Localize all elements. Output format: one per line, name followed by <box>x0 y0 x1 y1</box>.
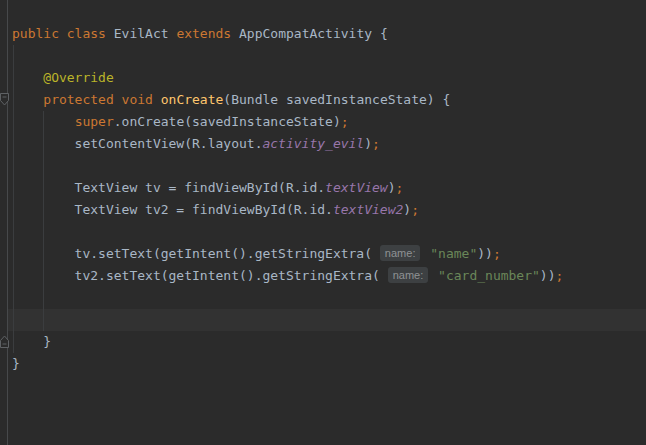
code-token: activity_evil <box>262 136 364 151</box>
code-token: @Override <box>43 70 113 85</box>
code-token: setContentView(R.layout. <box>12 136 262 151</box>
code-line[interactable]: tv.setText(getIntent().getStringExtra( n… <box>0 243 646 265</box>
code-line[interactable] <box>0 287 646 309</box>
fold-start-icon[interactable] <box>0 93 10 106</box>
code-token <box>12 92 43 107</box>
code-token: ; <box>556 268 564 283</box>
code-token: tv.setText(getIntent().getStringExtra( <box>12 246 380 261</box>
parameter-hint-pill: name: <box>380 245 421 261</box>
code-token: (Bundle savedInstanceState) { <box>223 92 450 107</box>
code-token: super <box>75 114 114 129</box>
code-token <box>59 26 67 41</box>
code-token: ; <box>411 202 419 217</box>
code-line[interactable]: } <box>0 353 646 375</box>
code-token: textView2 <box>333 202 403 217</box>
code-token: "card_number" <box>438 268 540 283</box>
code-token <box>153 92 161 107</box>
code-token: "name" <box>430 246 477 261</box>
code-token: ; <box>341 114 349 129</box>
code-token: } <box>12 334 51 349</box>
code-token: void <box>122 92 153 107</box>
code-token: ; <box>372 136 380 151</box>
code-token: TextView tv = findViewById(R.id. <box>12 180 325 195</box>
parameter-hint-pill: name: <box>388 267 429 283</box>
code-line[interactable] <box>0 309 646 331</box>
code-area[interactable]: public class EvilAct extends AppCompatAc… <box>0 23 646 375</box>
code-token: ) <box>388 180 396 195</box>
code-token: textView <box>325 180 388 195</box>
code-token: )) <box>540 268 556 283</box>
code-token <box>12 70 43 85</box>
code-token: .onCreate(savedInstanceState) <box>114 114 341 129</box>
code-token: )) <box>477 246 493 261</box>
code-token: AppCompatActivity { <box>231 26 388 41</box>
code-line[interactable]: super.onCreate(savedInstanceState); <box>0 111 646 133</box>
code-line[interactable]: TextView tv = findViewById(R.id.textView… <box>0 177 646 199</box>
code-line[interactable]: @Override <box>0 67 646 89</box>
code-line[interactable]: public class EvilAct extends AppCompatAc… <box>0 23 646 45</box>
fold-end-icon[interactable] <box>0 335 10 348</box>
code-token <box>114 92 122 107</box>
code-token: class <box>67 26 106 41</box>
code-token: ) <box>403 202 411 217</box>
code-line[interactable]: protected void onCreate(Bundle savedInst… <box>0 89 646 111</box>
code-token: onCreate <box>161 92 224 107</box>
code-token: } <box>12 356 20 371</box>
code-line[interactable] <box>0 155 646 177</box>
code-line[interactable] <box>0 45 646 67</box>
code-line[interactable]: } <box>0 331 646 353</box>
code-token: ; <box>396 180 404 195</box>
code-token: ; <box>493 246 501 261</box>
code-token: TextView tv2 = findViewById(R.id. <box>12 202 333 217</box>
code-token: protected <box>43 92 113 107</box>
code-token: public <box>12 26 59 41</box>
code-token: ) <box>364 136 372 151</box>
code-line[interactable]: tv2.setText(getIntent().getStringExtra( … <box>0 265 646 287</box>
code-editor[interactable]: public class EvilAct extends AppCompatAc… <box>0 0 646 445</box>
code-token: tv2.setText(getIntent().getStringExtra( <box>12 268 388 283</box>
code-line[interactable] <box>0 221 646 243</box>
code-token: extends <box>176 26 231 41</box>
code-line[interactable]: setContentView(R.layout.activity_evil); <box>0 133 646 155</box>
code-token: EvilAct <box>106 26 176 41</box>
code-token <box>12 114 75 129</box>
code-token <box>430 268 438 283</box>
code-line[interactable]: TextView tv2 = findViewById(R.id.textVie… <box>0 199 646 221</box>
